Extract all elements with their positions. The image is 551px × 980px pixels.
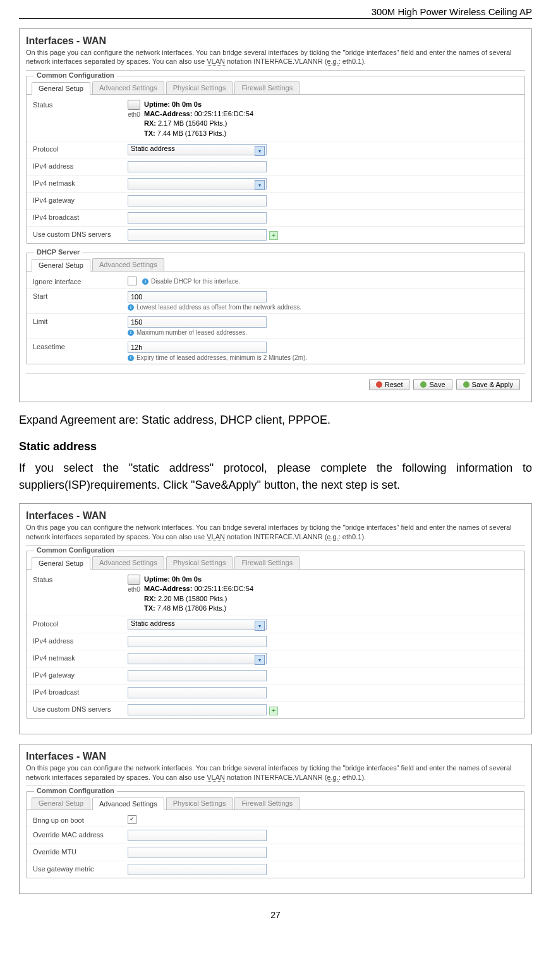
add-icon[interactable]: + xyxy=(269,707,278,715)
info-icon: i xyxy=(142,278,148,285)
tab-advanced-settings[interactable]: Advanced Settings xyxy=(92,258,164,271)
ipv4-gateway-input[interactable] xyxy=(128,195,267,206)
ignore-interface-checkbox[interactable] xyxy=(128,277,136,285)
tab-physical-settings[interactable]: Physical Settings xyxy=(166,797,233,810)
protocol-label: Protocol xyxy=(33,619,128,628)
common-configuration-fieldset: Common Configuration General Setup Advan… xyxy=(26,76,525,244)
ipv4-address-input[interactable] xyxy=(128,161,267,172)
eth-icon: eth0 xyxy=(128,575,140,594)
status-row: Status eth0 Uptime: 0h 0m 0s MAC-Address… xyxy=(27,97,524,142)
gateway-metric-input[interactable] xyxy=(128,864,267,875)
panel-title: Interfaces - WAN xyxy=(26,35,525,47)
override-mac-label: Override MAC address xyxy=(33,830,128,839)
chevron-down-icon: ▾ xyxy=(255,180,265,190)
ipv4-address-label: IPv4 address xyxy=(33,161,128,170)
ipv4-netmask-label: IPv4 netmask xyxy=(33,178,128,187)
apply-icon xyxy=(463,381,469,388)
page-header: 300M High Power Wireless Ceiling AP xyxy=(19,6,532,19)
tab-general-setup[interactable]: General Setup xyxy=(32,557,90,570)
save-button[interactable]: Save xyxy=(413,379,452,390)
panel-title: Interfaces - WAN xyxy=(26,510,525,522)
leasetime-input[interactable] xyxy=(128,342,267,353)
ipv4-gateway-label: IPv4 gateway xyxy=(33,195,128,204)
ipv4-address-input[interactable] xyxy=(128,636,267,647)
ipv4-gateway-label: IPv4 gateway xyxy=(33,670,128,679)
ipv4-broadcast-input[interactable] xyxy=(128,687,267,698)
status-details: Uptime: 0h 0m 0s MAC-Address: 00:25:11:E… xyxy=(144,100,253,139)
page-number: 27 xyxy=(19,910,532,920)
bring-up-on-boot-label: Bring up on boot xyxy=(33,815,128,824)
status-label: Status xyxy=(33,575,128,583)
ipv4-gateway-input[interactable] xyxy=(128,670,267,681)
override-mtu-label: Override MTU xyxy=(33,847,128,856)
fieldset-legend: Common Configuration xyxy=(34,787,117,794)
limit-label: Limit xyxy=(33,316,128,325)
start-label: Start xyxy=(33,291,128,300)
dns-input[interactable] xyxy=(128,704,267,715)
fieldset-legend: Common Configuration xyxy=(34,71,117,79)
tab-advanced-settings[interactable]: Advanced Settings xyxy=(92,81,164,94)
tab-physical-settings[interactable]: Physical Settings xyxy=(166,556,233,569)
status-details: Uptime: 0h 0m 0s MAC-Address: 00:25:11:E… xyxy=(144,575,253,614)
tab-firewall-settings[interactable]: Firewall Settings xyxy=(234,81,300,94)
tab-general-setup[interactable]: General Setup xyxy=(32,82,90,95)
chevron-down-icon: ▾ xyxy=(255,146,265,156)
override-mac-input[interactable] xyxy=(128,830,267,841)
dns-label: Use custom DNS servers xyxy=(33,229,128,238)
ipv4-netmask-select[interactable]: ▾ xyxy=(128,653,267,664)
panel-title: Interfaces - WAN xyxy=(26,751,525,762)
ipv4-broadcast-label: IPv4 broadcast xyxy=(33,212,128,221)
tab-advanced-settings[interactable]: Advanced Settings xyxy=(92,798,164,810)
status-label: Status xyxy=(33,100,128,109)
screenshot-wan-advanced: Interfaces - WAN On this page you can co… xyxy=(19,744,532,894)
info-icon: i xyxy=(128,304,134,311)
fieldset-legend: DHCP Server xyxy=(34,248,82,256)
ipv4-netmask-select[interactable]: ▾ xyxy=(128,178,267,189)
chevron-down-icon: ▾ xyxy=(255,621,265,631)
tab-firewall-settings[interactable]: Firewall Settings xyxy=(234,556,300,569)
ipv4-broadcast-label: IPv4 broadcast xyxy=(33,687,128,696)
fieldset-legend: Common Configuration xyxy=(34,546,117,554)
tab-general-setup[interactable]: General Setup xyxy=(32,259,90,272)
common-configuration-fieldset: Common Configuration General Setup Advan… xyxy=(26,791,525,878)
dns-input[interactable] xyxy=(128,229,267,241)
panel-description: On this page you can configure the netwo… xyxy=(26,48,525,71)
ipv4-broadcast-input[interactable] xyxy=(128,212,267,224)
screenshot-wan-general: Interfaces - WAN On this page you can co… xyxy=(19,28,532,402)
eth-icon: eth0 xyxy=(128,100,140,119)
static-address-heading: Static address xyxy=(19,440,532,453)
dns-label: Use custom DNS servers xyxy=(33,704,128,713)
panel-description: On this page you can configure the netwo… xyxy=(26,763,525,786)
protocol-label: Protocol xyxy=(33,144,128,153)
tab-general-setup[interactable]: General Setup xyxy=(32,797,90,810)
chevron-down-icon: ▾ xyxy=(255,655,265,665)
gateway-metric-label: Use gateway metric xyxy=(33,864,128,873)
ignore-interface-label: Ignore interface xyxy=(33,277,128,285)
ipv4-netmask-label: IPv4 netmask xyxy=(33,653,128,662)
reset-button[interactable]: Reset xyxy=(369,379,410,390)
protocol-select[interactable]: Static address▾ xyxy=(128,619,267,630)
info-icon: i xyxy=(128,330,134,336)
static-address-body: If you select the "static address" proto… xyxy=(19,460,532,494)
tab-firewall-settings[interactable]: Firewall Settings xyxy=(234,797,300,810)
tab-advanced-settings[interactable]: Advanced Settings xyxy=(92,556,164,569)
limit-input[interactable] xyxy=(128,316,267,328)
reset-icon xyxy=(376,381,382,388)
bring-up-on-boot-checkbox[interactable]: ✓ xyxy=(128,815,136,824)
config-tabs: General Setup Advanced Settings Physical… xyxy=(27,81,524,94)
common-configuration-fieldset: Common Configuration General Setup Advan… xyxy=(26,551,525,719)
save-apply-button[interactable]: Save & Apply xyxy=(456,379,520,390)
start-input[interactable] xyxy=(128,291,267,302)
protocol-select[interactable]: Static address▾ xyxy=(128,144,267,155)
panel-description: On this page you can configure the netwo… xyxy=(26,523,525,546)
screenshot-wan-static: Interfaces - WAN On this page you can co… xyxy=(19,503,532,734)
override-mtu-input[interactable] xyxy=(128,847,267,858)
button-bar: Reset Save Save & Apply xyxy=(26,373,525,395)
add-icon[interactable]: + xyxy=(269,231,278,240)
dhcp-server-fieldset: DHCP Server General Setup Advanced Setti… xyxy=(26,253,525,364)
tab-physical-settings[interactable]: Physical Settings xyxy=(166,81,233,94)
info-icon: i xyxy=(128,355,134,361)
expand-agreement-text: Expand Agreement are: Static address, DH… xyxy=(19,412,532,429)
leasetime-label: Leasetime xyxy=(33,342,128,350)
save-icon xyxy=(420,381,427,388)
